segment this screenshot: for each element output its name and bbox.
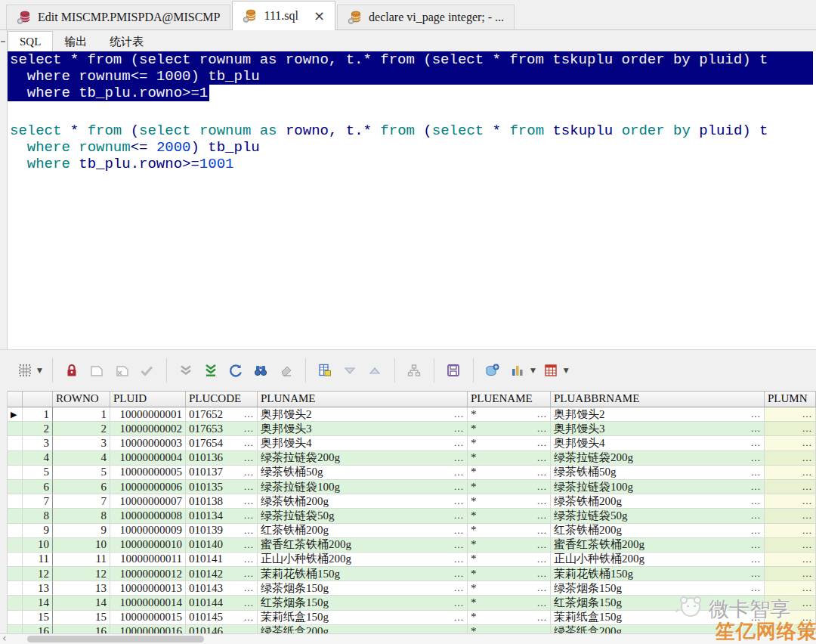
sql-line[interactable]: select * from (select rownum as rowno, t… [8,122,816,139]
ellipsis-button[interactable]: … [534,539,548,551]
cell-pluid[interactable]: 10000000004 [110,451,186,466]
cell-pluename[interactable]: *… [468,553,551,567]
cell-plumn[interactable]: … [765,553,816,567]
cell-pluename[interactable]: *… [468,581,551,596]
scrollbar-thumb[interactable] [27,636,204,642]
cell-plumn[interactable]: … [765,422,816,436]
column-header-PLUENAME[interactable]: PLUENAME [468,392,551,407]
cell-pluename[interactable]: *… [468,524,551,538]
cell-pluabbrname[interactable]: 绿茶烟条150g… [551,581,765,596]
table-row[interactable]: 5510000000005010137…绿茶铁桶50g…*…绿茶铁桶50g…… [8,466,816,480]
table-row[interactable]: 121210000000012010142…茉莉花铁桶150g…*…茉莉花铁桶1… [8,567,816,581]
cell-pluid[interactable]: 10000000008 [110,509,186,523]
window-tab-2[interactable]: 111.sql× [232,1,335,30]
grid-options-dropdown-icon[interactable]: ▼ [37,367,42,374]
cell-pluename[interactable]: *… [468,480,551,494]
ellipsis-button[interactable]: … [241,582,255,594]
cell-marker[interactable] [8,480,23,494]
cell-plumn[interactable]: … [765,466,816,480]
sql-line[interactable]: where tb_plu.rowno>=1001 [8,156,816,172]
cell-pluename[interactable]: *… [468,567,551,581]
cell-row-number[interactable]: 2 [23,422,53,436]
cell-pluid[interactable]: 10000000005 [110,466,186,480]
ellipsis-button[interactable]: … [451,408,465,420]
cell-pluid[interactable]: 10000000011 [110,553,186,567]
export-data-icon[interactable] [483,361,503,381]
ellipsis-button[interactable]: … [534,437,548,449]
ellipsis-button[interactable]: … [799,568,813,580]
cell-row-number[interactable]: 11 [23,553,53,567]
cell-row-number[interactable]: 13 [23,581,53,596]
cell-pluname[interactable]: 绿茶拉链袋100g… [258,480,468,494]
ellipsis-button[interactable]: … [799,423,813,435]
cell-plucode[interactable]: 017652… [186,407,258,422]
cell-row-number[interactable]: 5 [23,466,53,480]
column-header-PLUNAME[interactable]: PLUNAME [258,392,468,407]
ellipsis-button[interactable]: … [748,495,762,507]
cell-plucode[interactable]: 010140… [186,538,258,553]
ellipsis-button[interactable]: … [799,539,813,551]
cell-pluabbrname[interactable]: 蜜香红茶铁桶200g… [551,538,765,553]
cell-row-number[interactable]: 1 [23,407,53,422]
ellipsis-button[interactable]: … [451,611,465,624]
cell-plucode[interactable]: 010142… [186,567,258,581]
sql-second-statement[interactable]: select * from (select rownum as rowno, t… [8,122,816,172]
ellipsis-button[interactable]: … [241,466,255,478]
find-icon[interactable] [251,361,271,381]
ellipsis-button[interactable]: … [534,553,548,565]
ellipsis-button[interactable]: … [799,452,813,464]
ellipsis-button[interactable]: … [241,568,255,580]
cell-plucode[interactable]: 010145… [186,611,258,625]
ellipsis-button[interactable]: … [241,539,255,551]
ellipsis-button[interactable]: … [534,408,548,420]
cell-rowno[interactable]: 7 [53,494,110,509]
ellipsis-button[interactable]: … [451,452,465,464]
cell-pluid[interactable]: 10000000001 [110,407,186,422]
column-header-blank[interactable] [23,392,53,407]
cell-plumn[interactable]: … [765,524,816,538]
cell-rowno[interactable]: 13 [53,581,110,596]
cell-pluname[interactable]: 红茶烟条150g… [258,596,468,610]
table-row[interactable]: 3310000000003017654…奥邦馒头4…*…奥邦馒头4…… [8,436,816,450]
ellipsis-button[interactable]: … [748,539,762,551]
result-tab-1[interactable]: SQL [8,31,53,51]
cell-plucode[interactable]: 010138… [186,494,258,509]
ellipsis-button[interactable]: … [799,495,813,507]
ellipsis-button[interactable]: … [241,611,255,624]
cell-marker[interactable] [8,509,23,523]
ellipsis-button[interactable]: … [451,481,465,493]
cell-pluname[interactable]: 奥邦馒头2… [258,407,468,422]
cell-marker[interactable] [8,466,23,480]
cell-rowno[interactable]: 10 [53,538,110,553]
cell-plucode[interactable]: 010139… [186,524,258,538]
cell-pluid[interactable]: 10000000012 [110,567,186,581]
cell-rowno[interactable]: 3 [53,436,110,450]
ellipsis-button[interactable]: … [451,568,465,580]
ellipsis-button[interactable]: … [241,452,255,464]
cell-plumn[interactable]: … [765,567,816,581]
cell-pluname[interactable]: 正山小种铁桶200g… [258,553,468,567]
ellipsis-button[interactable]: … [451,495,465,507]
window-tab-3[interactable]: declare vi_page integer; - ... [337,5,515,29]
ellipsis-button[interactable]: … [748,466,762,478]
cell-rowno[interactable]: 5 [53,466,110,480]
cell-pluename[interactable]: *… [468,451,551,466]
cell-marker[interactable] [8,553,23,567]
cell-row-number[interactable]: 12 [23,567,53,581]
ellipsis-button[interactable]: … [534,423,548,435]
ellipsis-button[interactable]: … [241,553,255,565]
cell-pluname[interactable]: 红茶铁桶200g… [258,524,468,538]
cell-marker[interactable] [8,524,23,538]
cell-pluabbrname[interactable]: 奥邦馒头4… [551,436,765,450]
ellipsis-button[interactable]: … [451,525,465,537]
cell-marker[interactable] [8,596,23,610]
cell-rowno[interactable]: 11 [53,553,110,567]
cell-marker[interactable] [8,451,23,466]
cell-plucode[interactable]: 010141… [186,553,258,567]
cell-plucode[interactable]: 010135… [186,480,258,494]
column-header-ROWNO[interactable]: ROWNO [53,392,110,407]
cell-marker[interactable] [8,538,23,553]
table-row[interactable]: 111110000000011010141…正山小种铁桶200g…*…正山小种铁… [8,553,816,567]
ellipsis-button[interactable]: … [748,582,762,594]
splitter-handle-icon[interactable] [1,41,5,42]
